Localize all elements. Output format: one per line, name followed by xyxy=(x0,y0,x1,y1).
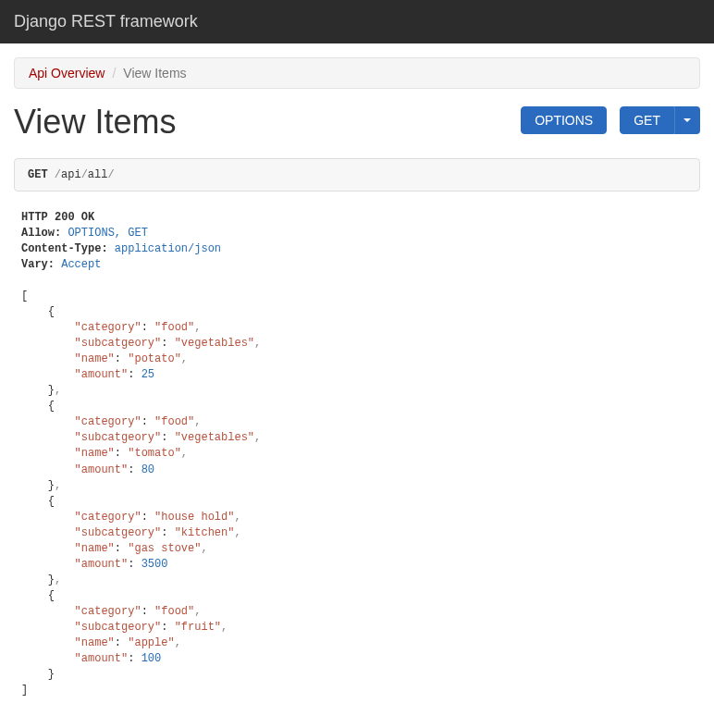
get-button-group: GET xyxy=(620,106,700,134)
get-button[interactable]: GET xyxy=(620,106,674,134)
breadcrumb-active: View Items xyxy=(123,66,186,80)
action-buttons: OPTIONS GET xyxy=(521,106,700,134)
request-info: GET /api/all/ xyxy=(14,158,700,191)
page-header: View Items xyxy=(14,103,176,142)
response-pane: HTTP 200 OK Allow: OPTIONS, GET Content-… xyxy=(14,210,700,717)
request-method: GET xyxy=(28,168,48,181)
main-container: Api Overview / View Items View Items OPT… xyxy=(0,57,714,717)
breadcrumb: Api Overview / View Items xyxy=(14,57,700,89)
navbar-brand[interactable]: Django REST framework xyxy=(14,12,198,31)
get-dropdown-toggle[interactable] xyxy=(674,106,700,134)
breadcrumb-root-link[interactable]: Api Overview xyxy=(29,66,105,80)
request-path: /api/all/ xyxy=(55,168,115,181)
breadcrumb-separator: / xyxy=(105,66,123,80)
page-header-row: View Items OPTIONS GET xyxy=(14,103,700,142)
chevron-down-icon xyxy=(683,118,691,122)
page-title: View Items xyxy=(14,103,176,142)
options-button[interactable]: OPTIONS xyxy=(521,106,607,134)
navbar: Django REST framework xyxy=(0,0,714,43)
